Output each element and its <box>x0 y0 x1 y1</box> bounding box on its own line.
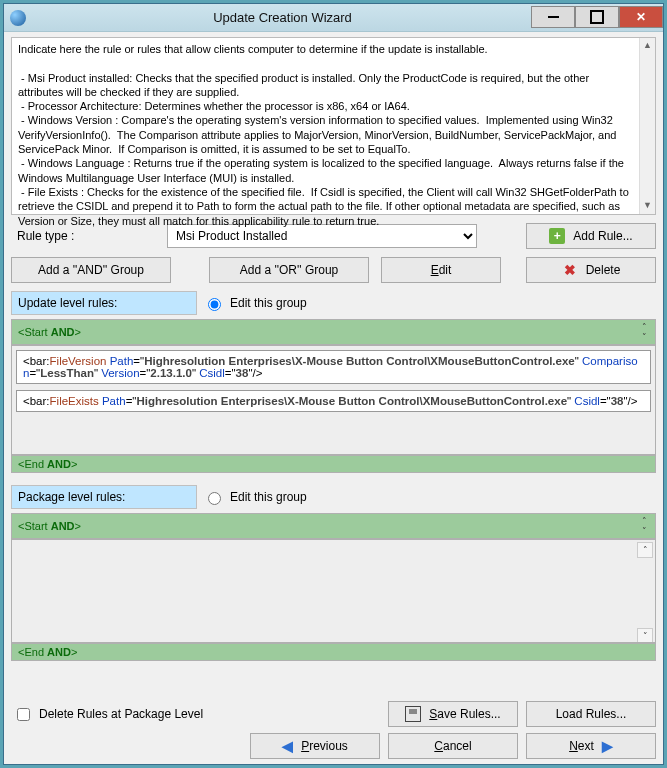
wizard-window: Update Creation Wizard Indicate here the… <box>3 3 664 765</box>
delete-rules-label: Delete Rules at Package Level <box>39 707 203 721</box>
update-level-section-label: Update level rules: <box>11 291 197 315</box>
save-icon <box>405 706 421 722</box>
edit-button[interactable]: Edit <box>381 257 501 283</box>
package-start-bar: <Start AND> ˄ ˅ <box>11 513 656 539</box>
add-rule-label: Add Rule... <box>573 229 632 243</box>
edit-this-group-radio-update[interactable] <box>208 298 221 311</box>
rule-fileversion-comparison: LessThan <box>40 367 94 379</box>
edit-this-group-label-update: Edit this group <box>230 296 307 310</box>
package-level-section-label: Package level rules: <box>11 485 197 509</box>
save-rules-button[interactable]: Save Rules... <box>388 701 518 727</box>
package-level-section-text: Package level rules: <box>18 490 125 504</box>
app-icon <box>10 10 26 26</box>
plus-icon: + <box>549 228 565 244</box>
collapse-up-icon[interactable]: ˄ <box>640 516 649 526</box>
delete-label: Delete <box>586 263 621 277</box>
description-text: Indicate here the rule or rules that all… <box>18 42 649 228</box>
rule-fileversion-csidl: 38 <box>236 367 249 379</box>
rule-item-fileexists[interactable]: <bar:FileExists Path="Highresolution Ent… <box>16 390 651 412</box>
update-end-bar: <End AND> <box>11 455 656 473</box>
delete-icon: ✖ <box>562 262 578 278</box>
rule-item-fileversion[interactable]: <bar:FileVersion Path="Highresolution En… <box>16 350 651 384</box>
arrow-left-icon: ◀ <box>282 738 293 754</box>
delete-button[interactable]: ✖ Delete <box>526 257 656 283</box>
cancel-button[interactable]: Cancel <box>388 733 518 759</box>
minimize-button[interactable] <box>531 6 575 28</box>
add-or-group-button[interactable]: Add a ''OR'' Group <box>209 257 369 283</box>
load-rules-button[interactable]: Load Rules... <box>526 701 656 727</box>
rule-type-label: Rule type : <box>11 229 161 243</box>
close-button[interactable] <box>619 6 663 28</box>
window-title: Update Creation Wizard <box>34 10 531 25</box>
scroll-down-icon[interactable]: ▼ <box>640 198 655 214</box>
package-end-bar: <End AND> <box>11 643 656 661</box>
collapse-down-icon[interactable]: ˅ <box>640 526 649 536</box>
scroll-up-icon[interactable]: ▲ <box>640 38 655 54</box>
rule-fileexists-csidl: 38 <box>611 395 624 407</box>
maximize-button[interactable] <box>575 6 619 28</box>
package-level-radio-row: Edit this group <box>197 485 313 509</box>
rule-fileexists-path: Highresolution Enterprises\X-Mouse Butto… <box>136 395 567 407</box>
update-rules-area[interactable]: <bar:FileVersion Path="Highresolution En… <box>11 345 656 455</box>
titlebar: Update Creation Wizard <box>4 4 663 32</box>
update-start-bar: <Start AND> ˄ ˅ <box>11 319 656 345</box>
collapse-up-icon[interactable]: ˄ <box>640 322 649 332</box>
scroll-up-icon[interactable]: ˄ <box>637 542 653 558</box>
next-button[interactable]: Next ▶ <box>526 733 656 759</box>
rule-fileversion-path: Highresolution Enterprises\X-Mouse Butto… <box>144 355 575 367</box>
description-scrollbar[interactable]: ▲ ▼ <box>639 38 655 214</box>
delete-rules-checkbox[interactable] <box>17 708 30 721</box>
arrow-right-icon: ▶ <box>602 738 613 754</box>
rule-fileversion-version: 2.13.1.0 <box>150 367 192 379</box>
edit-label-rest: dit <box>439 263 452 277</box>
load-rules-label: Load Rules... <box>556 707 627 721</box>
edit-this-group-radio-package[interactable] <box>208 492 221 505</box>
scroll-down-icon[interactable]: ˅ <box>637 628 653 643</box>
package-rules-area[interactable]: ˄ ˅ <box>11 539 656 643</box>
update-level-section-text: Update level rules: <box>18 296 117 310</box>
edit-this-group-label-package: Edit this group <box>230 490 307 504</box>
description-box: Indicate here the rule or rules that all… <box>11 37 656 215</box>
update-level-radio-row: Edit this group <box>197 291 313 315</box>
add-and-label: Add a ''AND'' Group <box>38 263 144 277</box>
previous-button[interactable]: ◀ Previous <box>250 733 380 759</box>
add-or-label: Add a ''OR'' Group <box>240 263 339 277</box>
collapse-down-icon[interactable]: ˅ <box>640 332 649 342</box>
add-and-group-button[interactable]: Add a ''AND'' Group <box>11 257 171 283</box>
delete-rules-checkbox-row[interactable]: Delete Rules at Package Level <box>11 702 205 727</box>
